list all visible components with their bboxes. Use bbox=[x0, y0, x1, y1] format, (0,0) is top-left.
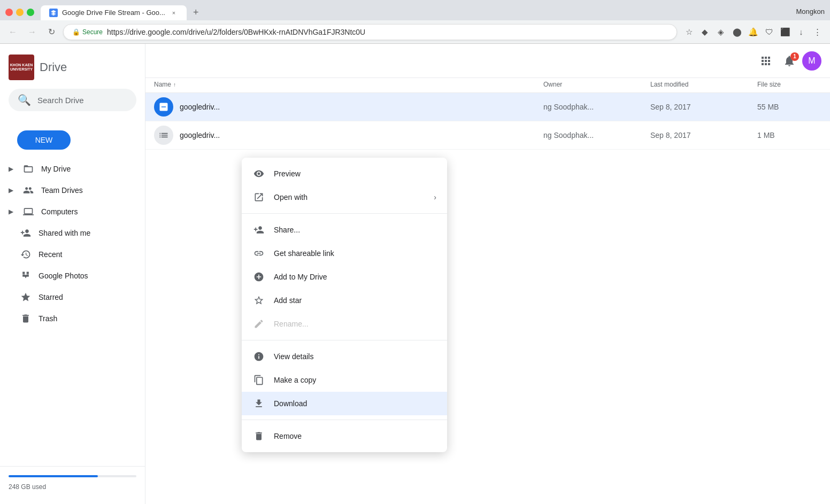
menu-item-rename: Rename... bbox=[242, 312, 447, 336]
context-menu-overlay[interactable]: Preview Open with › Share... Get shareab… bbox=[0, 0, 830, 504]
menu-item-remove[interactable]: Remove bbox=[242, 424, 447, 448]
menu-item-add-star[interactable]: Add star bbox=[242, 289, 447, 312]
preview-icon bbox=[252, 167, 265, 180]
get-link-label: Get shareable link bbox=[274, 249, 436, 258]
menu-item-view-details[interactable]: View details bbox=[242, 345, 447, 368]
add-to-drive-label: Add to My Drive bbox=[274, 273, 436, 281]
rename-icon bbox=[252, 317, 265, 330]
preview-label: Preview bbox=[274, 169, 436, 178]
download-label: Download bbox=[274, 399, 436, 408]
menu-item-download[interactable]: Download bbox=[242, 392, 447, 415]
get-link-icon bbox=[252, 247, 265, 260]
rename-label: Rename... bbox=[274, 320, 436, 328]
share-icon bbox=[252, 223, 265, 236]
menu-item-get-link[interactable]: Get shareable link bbox=[242, 242, 447, 265]
remove-label: Remove bbox=[274, 432, 436, 440]
menu-item-share[interactable]: Share... bbox=[242, 218, 447, 242]
open-with-label: Open with bbox=[274, 193, 425, 201]
add-to-drive-icon bbox=[252, 270, 265, 283]
menu-item-make-copy[interactable]: Make a copy bbox=[242, 368, 447, 392]
make-copy-label: Make a copy bbox=[274, 376, 436, 384]
context-menu: Preview Open with › Share... Get shareab… bbox=[242, 158, 447, 452]
share-label: Share... bbox=[274, 226, 436, 234]
add-star-icon bbox=[252, 294, 265, 307]
menu-item-preview[interactable]: Preview bbox=[242, 162, 447, 185]
make-copy-icon bbox=[252, 374, 265, 386]
download-icon bbox=[252, 397, 265, 410]
menu-item-open-with[interactable]: Open with › bbox=[242, 185, 447, 209]
open-with-icon bbox=[252, 191, 265, 204]
menu-divider-1 bbox=[242, 213, 447, 214]
open-with-arrow: › bbox=[434, 193, 436, 201]
remove-icon bbox=[252, 430, 265, 443]
add-star-label: Add star bbox=[274, 296, 436, 305]
view-details-label: View details bbox=[274, 352, 436, 361]
view-details-icon bbox=[252, 350, 265, 363]
menu-item-add-to-drive[interactable]: Add to My Drive bbox=[242, 265, 447, 289]
menu-divider-2 bbox=[242, 340, 447, 340]
menu-divider-3 bbox=[242, 420, 447, 420]
